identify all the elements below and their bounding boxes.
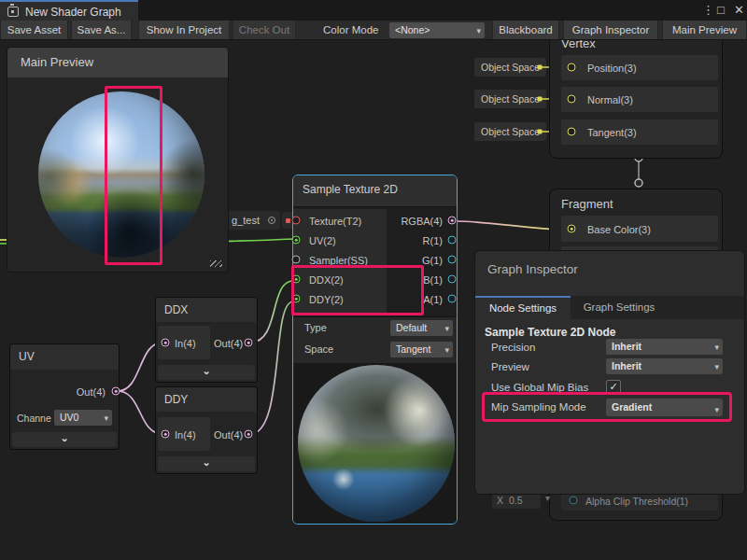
main-preview-button[interactable]: Main Preview — [662, 21, 747, 39]
ddy-out-port[interactable] — [245, 430, 253, 439]
object-space-dot — [538, 65, 543, 70]
space-dropdown[interactable]: Tangent ▾ — [390, 342, 453, 357]
alphaclip-x-value[interactable]: 0.5 — [509, 495, 523, 506]
show-in-project-button[interactable]: Show In Project — [138, 21, 230, 39]
save-as-button[interactable]: Save As... — [71, 21, 132, 39]
tab-title: New Shader Graph — [25, 6, 121, 19]
gtest-property-node[interactable]: g_test — [226, 211, 280, 230]
sample-node-header[interactable]: Sample Texture 2D — [293, 175, 457, 207]
chevron-down-icon: ▾ — [444, 321, 449, 336]
sample-node-title: Sample Texture 2D — [303, 183, 398, 196]
toolbar: Save Asset Save As... Show In Project Ch… — [0, 21, 747, 40]
ddx-collapse-button[interactable]: ⌄ — [158, 365, 255, 380]
main-preview-title: Main Preview — [21, 55, 93, 69]
kebab-menu-icon[interactable]: ⋮ — [702, 3, 714, 18]
chevron-down-icon: ▾ — [476, 23, 481, 38]
ddx-node-header[interactable]: DDX — [156, 298, 257, 322]
ddx-node[interactable]: DDX In(4) Out(4) ⌄ — [155, 297, 258, 383]
input-label: Texture(T2) — [309, 216, 361, 227]
maximize-icon[interactable]: □ — [717, 3, 725, 18]
tab-new-shader-graph[interactable]: New Shader Graph — [0, 0, 138, 21]
ddy-node[interactable]: DDY In(4) Out(4) ⌄ — [155, 386, 258, 474]
ddy-in-port[interactable] — [162, 430, 170, 439]
tab-graph-settings[interactable]: Graph Settings — [572, 296, 666, 319]
alphaclip-label: Alpha Clip Threshold(1) — [585, 496, 688, 507]
g-output-port[interactable] — [448, 256, 457, 264]
graph-inspector-button[interactable]: Graph Inspector — [563, 21, 658, 39]
ddx-in-port[interactable] — [162, 339, 170, 347]
ddy-collapse-button[interactable]: ⌄ — [158, 456, 255, 471]
rgba-output-port[interactable] — [448, 217, 457, 225]
uv-collapse-button[interactable]: ⌄ — [12, 432, 117, 447]
ddx-input-port[interactable] — [292, 275, 301, 284]
basecolor-label: Base Color(3) — [587, 224, 651, 235]
object-space-label: Object Space — [481, 62, 540, 73]
sample-node-preview — [293, 363, 457, 524]
shader-graph-window: Vertex Position(3) Normal(3) Tangent(3) … — [0, 0, 747, 560]
check-out-button: Check Out — [233, 21, 296, 39]
uv-channel-dropdown[interactable]: UV0 ▾ — [54, 410, 112, 426]
output-label: RGBA(4) — [401, 216, 443, 227]
save-asset-button[interactable]: Save Asset — [0, 21, 68, 39]
ddx-out-port[interactable] — [245, 339, 253, 347]
main-preview-header[interactable]: Main Preview — [7, 48, 228, 77]
mip-bias-label: Use Global Mip Bias — [491, 382, 588, 393]
ddy-input-port[interactable] — [292, 295, 301, 303]
fragment-top-port[interactable] — [635, 179, 642, 187]
vertex-port-label: Tangent(3) — [587, 127, 637, 138]
chevron-down-icon: ▾ — [714, 340, 719, 355]
vertex-row-tangent[interactable] — [561, 119, 718, 145]
input-label: UV(2) — [309, 235, 336, 246]
sampler-input-port[interactable] — [292, 256, 301, 264]
output-label: R(1) — [423, 235, 443, 246]
object-space-dot — [538, 130, 543, 134]
space-value: Tangent — [396, 343, 430, 355]
uv-node[interactable]: UV Out(4) Channe UV0 ▾ ⌄ — [9, 343, 120, 450]
precision-dropdown[interactable]: Inherit ▾ — [606, 339, 723, 355]
b-output-port[interactable] — [448, 275, 457, 284]
object-space-chip[interactable]: Object Space — [474, 90, 546, 108]
blackboard-button[interactable]: Blackboard — [492, 21, 559, 39]
tab-node-settings[interactable]: Node Settings — [475, 296, 571, 319]
color-mode-dropdown[interactable]: <None> ▾ — [389, 22, 485, 38]
output-label: B(1) — [423, 274, 443, 286]
close-icon[interactable]: ✕ — [734, 3, 744, 18]
ddx-node-title: DDX — [164, 303, 188, 316]
uv-channel-label: Channe — [17, 413, 51, 424]
graph-inspector-panel[interactable]: Graph Inspector Node Settings Graph Sett… — [474, 250, 745, 495]
uv-node-header[interactable]: UV — [10, 344, 119, 370]
vertex-row-position[interactable] — [561, 55, 718, 80]
type-dropdown[interactable]: Default ▾ — [390, 320, 453, 336]
resize-handle[interactable] — [210, 260, 222, 267]
texture-input-port[interactable] — [292, 217, 301, 225]
ddy-node-title: DDY — [164, 393, 188, 406]
a-output-port[interactable] — [448, 295, 457, 303]
object-space-chip[interactable]: Object Space — [474, 122, 546, 141]
inspector-tab-bar: Node Settings Graph Settings — [475, 296, 744, 319]
tab-bar: New Shader Graph ⋮ □ ✕ — [0, 0, 747, 21]
mip-bias-checkbox[interactable]: ✓ — [606, 380, 621, 395]
object-space-chip[interactable]: Object Space — [474, 58, 546, 77]
main-preview-panel[interactable]: Main Preview — [7, 47, 229, 273]
r-output-port[interactable] — [448, 236, 457, 245]
basecolor-port[interactable] — [568, 225, 576, 233]
position-port[interactable] — [568, 63, 576, 72]
tangent-port[interactable] — [568, 128, 576, 136]
color-mode-label: Color Mode — [323, 21, 378, 39]
uv-node-title: UV — [19, 350, 35, 363]
sample-texture-2d-node[interactable]: Sample Texture 2D Texture(T2) UV(2) Samp… — [292, 175, 458, 525]
uv-input-port[interactable] — [292, 236, 301, 245]
graph-inspector-title: Graph Inspector — [487, 262, 578, 276]
preview-dropdown[interactable]: Inherit ▾ — [606, 358, 723, 374]
normal-port[interactable] — [568, 95, 576, 104]
preview-value: Inherit — [612, 360, 641, 371]
mip-mode-dropdown[interactable]: Gradient ▾ — [606, 399, 723, 416]
preview-label: Preview — [491, 361, 529, 372]
uv-channel-value: UV0 — [60, 412, 78, 423]
vertex-row-normal[interactable] — [561, 87, 718, 112]
mip-mode-label: Mip Sampling Mode — [491, 401, 586, 413]
shader-graph-icon — [7, 7, 19, 17]
alphaclip-port[interactable] — [570, 497, 578, 505]
ddy-node-header[interactable]: DDY — [156, 387, 257, 412]
uv-out-port[interactable] — [112, 387, 120, 396]
